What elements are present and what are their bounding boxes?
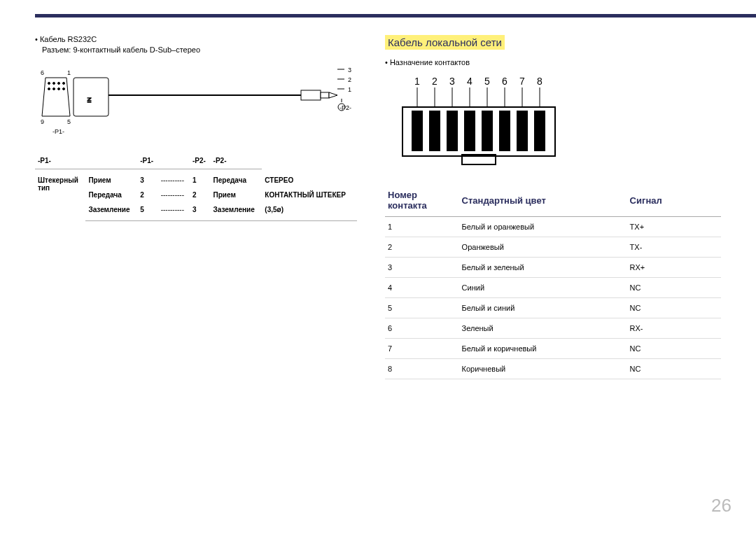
svg-text:IN: IN bbox=[86, 97, 92, 103]
rs232-connector-desc: Разъем: 9-контактный кабель D-Sub–стерео bbox=[42, 45, 357, 54]
svg-rect-8 bbox=[74, 78, 108, 116]
svg-rect-39 bbox=[482, 111, 493, 151]
th-p1a: -P1- bbox=[35, 153, 85, 169]
cell: 4 bbox=[385, 278, 459, 298]
pin-number-group: 1 2 3 4 5 6 7 8 bbox=[414, 76, 542, 87]
lan-tbody: 1Белый и оранжевыйTX+2ОранжевыйTX-3Белый… bbox=[385, 217, 721, 379]
th-standard-color: Стандартный цвет bbox=[459, 184, 627, 217]
cell: (3,5ø) bbox=[265, 206, 284, 213]
cell: Прием bbox=[88, 176, 111, 184]
cell: NC bbox=[627, 359, 721, 379]
cell: 3 bbox=[385, 258, 459, 278]
th-p2a: -P2- bbox=[190, 153, 211, 169]
table-row: 2ОранжевыйTX- bbox=[385, 237, 721, 258]
cell: Белый и зеленый bbox=[459, 258, 627, 278]
cell: Коричневый bbox=[459, 359, 627, 379]
cell: КОНТАКТНЫЙ ШТЕКЕР bbox=[265, 191, 346, 199]
svg-point-3 bbox=[63, 83, 65, 85]
svg-rect-33 bbox=[402, 107, 555, 156]
cell: 3 bbox=[192, 206, 197, 213]
svg-rect-12 bbox=[321, 92, 329, 98]
rj45-diagram: 1 2 3 4 5 6 7 8 bbox=[385, 72, 595, 170]
cell: 7 bbox=[385, 339, 459, 359]
cell: СТЕРЕО bbox=[265, 176, 293, 184]
th-p1b: -P1- bbox=[137, 153, 158, 169]
table-row: 6ЗеленыйRX- bbox=[385, 318, 721, 339]
svg-rect-38 bbox=[464, 111, 475, 151]
rs232-bullet: Кабель RS232C bbox=[35, 35, 357, 43]
svg-rect-36 bbox=[429, 111, 440, 151]
th-blank bbox=[85, 153, 137, 169]
cell: Белый и коричневый bbox=[459, 339, 627, 359]
cell: TX+ bbox=[627, 217, 721, 237]
cell: Белый и оранжевый bbox=[459, 217, 627, 237]
svg-rect-42 bbox=[534, 111, 545, 151]
svg-rect-40 bbox=[499, 111, 510, 151]
lan-bullet: Назначение контактов bbox=[385, 58, 721, 66]
header-rule bbox=[35, 14, 756, 17]
table-row: 7Белый и коричневыйNC bbox=[385, 339, 721, 359]
th-p2b: -P2- bbox=[211, 153, 262, 169]
cell: 2 bbox=[192, 191, 197, 199]
cell: 8 bbox=[385, 359, 459, 379]
cell: ---------- bbox=[158, 202, 190, 221]
cell: NC bbox=[627, 339, 721, 359]
lan-cable-title: Кабель локальной сети bbox=[385, 35, 505, 50]
row-label: Штекерный тип bbox=[35, 169, 85, 221]
th-signal: Сигнал bbox=[627, 184, 721, 217]
lan-pinout-table: Номер контакта Стандартный цвет Сигнал 1… bbox=[385, 184, 721, 379]
cell: Белый и синий bbox=[459, 298, 627, 318]
th-blank2 bbox=[158, 153, 190, 169]
cell: 2 bbox=[385, 237, 459, 258]
svg-rect-41 bbox=[517, 111, 528, 151]
table-row: 3Белый и зеленыйRX+ bbox=[385, 258, 721, 278]
svg-point-2 bbox=[58, 83, 60, 85]
svg-point-16 bbox=[338, 104, 345, 111]
cell: 6 bbox=[385, 318, 459, 339]
svg-point-6 bbox=[58, 88, 60, 90]
cell: ---------- bbox=[158, 188, 190, 202]
svg-point-5 bbox=[53, 88, 55, 90]
cell: Зеленый bbox=[459, 318, 627, 339]
svg-point-0 bbox=[48, 83, 50, 85]
cell: 2 bbox=[140, 191, 144, 199]
cell: Прием bbox=[214, 191, 236, 199]
left-column: Кабель RS232C Разъем: 9-контактный кабел… bbox=[35, 35, 357, 379]
cell: 5 bbox=[385, 298, 459, 318]
cell: Заземление bbox=[214, 206, 255, 213]
right-column: Кабель локальной сети Назначение контакт… bbox=[385, 35, 721, 379]
cell: NC bbox=[627, 278, 721, 298]
svg-rect-35 bbox=[412, 111, 423, 151]
svg-point-4 bbox=[48, 88, 50, 90]
cell: Передача bbox=[88, 191, 121, 199]
cell: ---------- bbox=[158, 169, 190, 188]
cell: Заземление bbox=[88, 206, 130, 213]
cell: NC bbox=[627, 298, 721, 318]
svg-rect-11 bbox=[301, 90, 321, 100]
cell: 1 bbox=[385, 217, 459, 237]
table-row: 8КоричневыйNC bbox=[385, 359, 721, 379]
rs232-tbody: Штекерный тип Прием 3 ---------- 1 Перед… bbox=[35, 169, 357, 221]
row-label-bottom: тип bbox=[38, 184, 50, 192]
table-row: 4СинийNC bbox=[385, 278, 721, 298]
svg-text:2: 2 bbox=[432, 76, 438, 87]
rs232-cable-svg: IN bbox=[35, 64, 357, 141]
th-pin-number: Номер контакта bbox=[385, 184, 459, 217]
rs232-pinout-table: -P1- -P1- -P2- -P2- Штекерный тип Прием … bbox=[35, 153, 357, 221]
cell: 1 bbox=[192, 176, 197, 184]
cell: RX- bbox=[627, 318, 721, 339]
svg-point-1 bbox=[53, 83, 55, 85]
table-row: 5Белый и синийNC bbox=[385, 298, 721, 318]
cell: Оранжевый bbox=[459, 237, 627, 258]
pin-num: 1 bbox=[414, 76, 420, 87]
svg-point-7 bbox=[63, 88, 65, 90]
content-columns: Кабель RS232C Разъем: 9-контактный кабел… bbox=[35, 35, 721, 379]
cell: Передача bbox=[214, 176, 246, 184]
svg-text:4: 4 bbox=[467, 76, 472, 87]
cell: Синий bbox=[459, 278, 627, 298]
page-number: 26 bbox=[711, 495, 732, 517]
rj45-svg: 1 2 3 4 5 6 7 8 bbox=[385, 72, 595, 170]
cell: RX+ bbox=[627, 258, 721, 278]
svg-text:7: 7 bbox=[519, 76, 525, 87]
svg-text:8: 8 bbox=[537, 76, 542, 87]
